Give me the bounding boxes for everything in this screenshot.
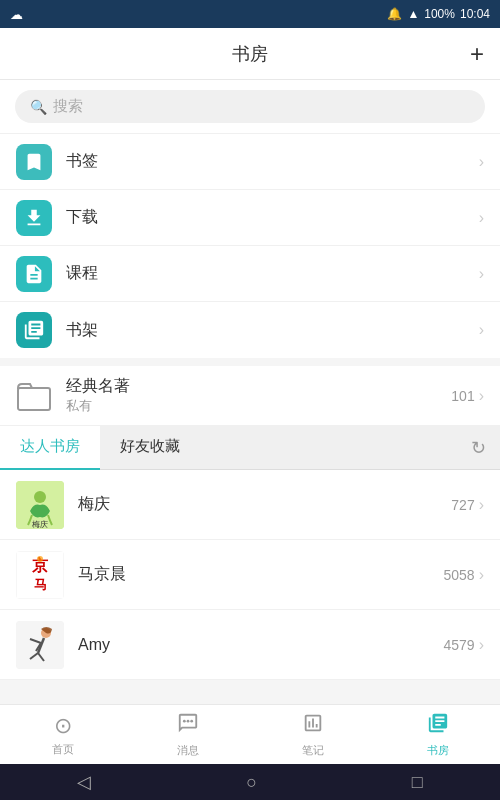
notes-svg	[302, 712, 324, 734]
notes-icon	[302, 712, 324, 740]
nav-library[interactable]: 书房	[375, 712, 500, 758]
course-label: 课程	[66, 263, 479, 284]
expert-count-amy: 4579	[444, 637, 475, 653]
messages-icon	[177, 712, 199, 740]
bookmark-icon-bg	[16, 144, 52, 180]
time-text: 10:04	[460, 7, 490, 21]
shelf-icon-bg	[16, 312, 52, 348]
battery-text: 100%	[424, 7, 455, 21]
nav-notes-label: 笔记	[302, 743, 324, 758]
status-bar: ☁ 🔔 ▲ 100% 10:04	[0, 0, 500, 28]
meiqing-avatar-svg: 梅庆	[16, 481, 64, 529]
folder-item-classics[interactable]: 经典名著 私有 101 ›	[0, 366, 500, 426]
nav-home[interactable]: ⊙ 首页	[0, 713, 125, 757]
expert-name-amy: Amy	[78, 636, 444, 654]
home-button[interactable]: ○	[246, 772, 257, 793]
expert-count-meiqing: 727	[451, 497, 474, 513]
tab-friends[interactable]: 好友收藏	[100, 426, 200, 470]
expert-name-majingchen: 马京晨	[78, 564, 444, 585]
folder-name: 经典名著	[66, 376, 451, 397]
cloud-icon: ☁	[10, 7, 23, 22]
nav-home-label: 首页	[52, 742, 74, 757]
bookmark-label: 书签	[66, 151, 479, 172]
bottom-nav: ⊙ 首页 消息 笔记 书房	[0, 704, 500, 764]
refresh-button[interactable]: ↻	[471, 437, 486, 459]
svg-text:梅庆: 梅庆	[31, 520, 48, 529]
folder-icon	[16, 378, 52, 414]
expert-chevron-majingchen: ›	[479, 566, 484, 584]
svg-point-17	[190, 719, 193, 722]
tab-expert[interactable]: 达人书房	[0, 426, 100, 470]
menu-section: 书签 › 下载 › 课程 › 书架 ›	[0, 134, 500, 358]
folder-text: 经典名著 私有	[66, 376, 451, 415]
folder-svg	[16, 378, 52, 414]
expert-item-amy[interactable]: Amy 4579 ›	[0, 610, 500, 680]
bookmark-svg	[23, 151, 45, 173]
svg-rect-0	[18, 388, 50, 410]
expert-count-majingchen: 5058	[444, 567, 475, 583]
course-chevron: ›	[479, 265, 484, 283]
wifi-icon: ▲	[407, 7, 419, 21]
shelf-chevron: ›	[479, 321, 484, 339]
nav-library-label: 书房	[427, 743, 449, 758]
search-input[interactable]: 🔍 搜索	[15, 90, 485, 123]
header: 书房 +	[0, 28, 500, 80]
expert-item-meiqing[interactable]: 梅庆 梅庆 727 ›	[0, 470, 500, 540]
download-icon-bg	[16, 200, 52, 236]
course-svg	[23, 263, 45, 285]
menu-item-download[interactable]: 下载 ›	[0, 190, 500, 246]
folder-section: 经典名著 私有 101 ›	[0, 366, 500, 426]
tabs-bar: 达人书房 好友收藏 ↻	[0, 426, 500, 470]
bookmark-chevron: ›	[479, 153, 484, 171]
add-button[interactable]: +	[470, 42, 484, 66]
folder-sub: 私有	[66, 397, 451, 415]
download-chevron: ›	[479, 209, 484, 227]
expert-chevron-amy: ›	[479, 636, 484, 654]
back-button[interactable]: ◁	[77, 771, 91, 793]
library-icon	[427, 712, 449, 740]
home-icon: ⊙	[54, 713, 72, 739]
shelf-label: 书架	[66, 320, 479, 341]
recent-button[interactable]: □	[412, 772, 423, 793]
search-placeholder: 搜索	[53, 97, 83, 116]
system-bar: ◁ ○ □	[0, 764, 500, 800]
nav-notes[interactable]: 笔记	[250, 712, 375, 758]
avatar-majingchen: 京 马	[16, 551, 64, 599]
svg-point-15	[182, 719, 185, 722]
expert-name-meiqing: 梅庆	[78, 494, 451, 515]
avatar-meiqing: 梅庆	[16, 481, 64, 529]
page-title: 书房	[232, 42, 268, 66]
search-icon: 🔍	[30, 99, 47, 115]
menu-item-course[interactable]: 课程 ›	[0, 246, 500, 302]
bell-icon: 🔔	[387, 7, 402, 21]
library-svg	[427, 712, 449, 734]
folder-chevron: ›	[479, 387, 484, 405]
download-label: 下载	[66, 207, 479, 228]
menu-item-shelf[interactable]: 书架 ›	[0, 302, 500, 358]
expert-list: 梅庆 梅庆 727 › 京 马 马京晨 5058 ›	[0, 470, 500, 680]
nav-messages-label: 消息	[177, 743, 199, 758]
menu-item-bookmark[interactable]: 书签 ›	[0, 134, 500, 190]
svg-point-7	[37, 556, 43, 562]
majingchen-avatar-svg: 京 马	[16, 551, 64, 599]
course-icon-bg	[16, 256, 52, 292]
download-svg	[23, 207, 45, 229]
svg-point-2	[34, 491, 46, 503]
status-right: 🔔 ▲ 100% 10:04	[387, 7, 490, 21]
svg-point-16	[186, 719, 189, 722]
search-bar: 🔍 搜索	[0, 80, 500, 134]
folder-count: 101	[451, 388, 474, 404]
shelf-svg	[23, 319, 45, 341]
amy-avatar-svg	[16, 621, 64, 669]
messages-svg	[177, 712, 199, 734]
nav-messages[interactable]: 消息	[125, 712, 250, 758]
expert-chevron-meiqing: ›	[479, 496, 484, 514]
avatar-amy	[16, 621, 64, 669]
expert-item-majingchen[interactable]: 京 马 马京晨 5058 ›	[0, 540, 500, 610]
status-left: ☁	[10, 7, 23, 22]
svg-text:马: 马	[34, 577, 47, 592]
